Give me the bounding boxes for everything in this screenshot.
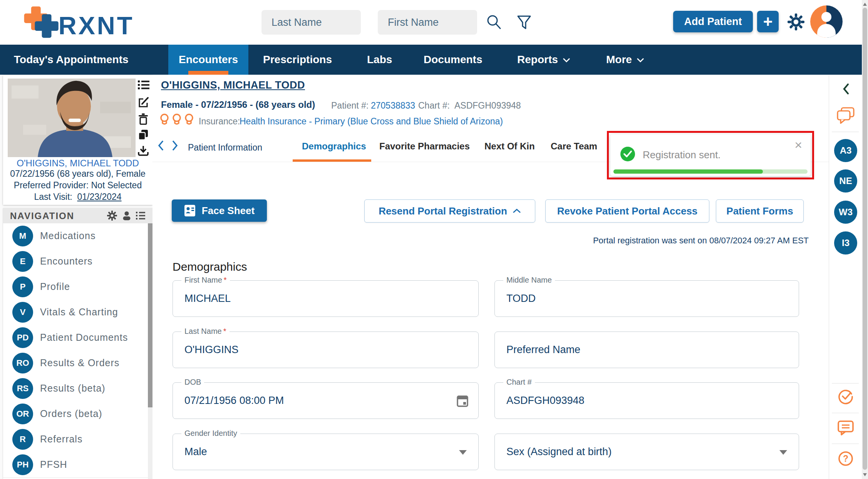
tab-documents[interactable]: Documents	[424, 45, 482, 75]
quick-add-button[interactable]: +	[757, 11, 779, 32]
dropdown-caret-icon[interactable]	[779, 450, 787, 455]
middle-name-value: TODD	[506, 293, 536, 305]
message-icon[interactable]	[837, 420, 854, 437]
rail-badge-ne[interactable]: NE	[834, 169, 857, 193]
scrollbar-down-arrow[interactable]	[863, 473, 867, 476]
nav-gear-icon[interactable]	[107, 211, 117, 222]
success-check-icon	[620, 147, 635, 161]
middle-name-field[interactable]: Middle Name TODD	[494, 280, 799, 317]
first-name-search-input[interactable]	[378, 10, 477, 35]
dob-field[interactable]: DOB 07/21/1956 08:00 PM	[173, 382, 479, 419]
contact-card-icon	[184, 204, 196, 217]
patient-demo-line: Female - 07/22/1956 - (68 years old)	[161, 99, 315, 110]
patient-number-link[interactable]: 270538833	[371, 100, 415, 111]
chat-bubbles-icon[interactable]	[836, 107, 855, 126]
insurance-pin-icon	[172, 113, 182, 127]
collapse-rail-icon[interactable]	[842, 83, 849, 96]
gear-icon[interactable]	[787, 13, 805, 32]
edit-icon[interactable]	[138, 96, 149, 109]
chart-number-field-value: ASDFGH093948	[506, 395, 585, 407]
sidebar-item-results-beta[interactable]: RS Results (beta)	[3, 376, 148, 402]
sidebar-scrollbar-thumb[interactable]	[148, 223, 152, 407]
active-tab-indicator	[188, 71, 228, 75]
patient-information-label: Patient Information	[188, 142, 262, 153]
avatar-person-icon	[821, 12, 831, 22]
insurance-label: Insurance:	[199, 116, 240, 127]
rail-badge-i3[interactable]: I3	[834, 231, 857, 255]
tab-prescriptions[interactable]: Prescriptions	[263, 45, 332, 75]
navigation-title: NAVIGATION	[10, 211, 74, 221]
dob-value: 07/21/1956 08:00 PM	[184, 395, 284, 407]
last-visit-date-link[interactable]: 01/23/2024	[77, 192, 121, 202]
sidebar-item-vitals-charting[interactable]: V Vitals & Charting	[3, 300, 148, 325]
preferred-name-field[interactable]: Preferred Name	[494, 332, 799, 368]
sidebar-item-profile[interactable]: P Profile	[3, 274, 148, 300]
first-name-value: MICHAEL	[184, 293, 231, 305]
sidebar-item-encounters[interactable]: E Encounters	[3, 249, 148, 275]
nav-person-icon[interactable]	[122, 211, 132, 222]
patient-number-label: Patient #:	[331, 100, 369, 111]
tab-todays-appointments[interactable]: Today's Appointments	[14, 45, 129, 75]
rail-badge-a3[interactable]: A3	[834, 139, 857, 162]
patient-list-icon[interactable]	[138, 79, 149, 92]
page-scrollbar[interactable]	[862, 0, 868, 479]
tab-more[interactable]: More	[606, 45, 644, 75]
calendar-icon[interactable]	[457, 394, 468, 409]
check-circle-icon[interactable]	[838, 388, 854, 406]
filter-icon[interactable]	[517, 15, 531, 32]
sex-assigned-select[interactable]: Sex (Assigned at birth)	[494, 434, 799, 470]
patient-card-name[interactable]: O'HIGGINS, MICHAEL TODD	[3, 158, 152, 169]
revoke-portal-access-button[interactable]: Revoke Patient Portal Access	[545, 199, 709, 223]
resend-portal-registration-button[interactable]: Resend Portal Registration	[364, 199, 535, 223]
first-name-search[interactable]	[378, 10, 477, 35]
add-patient-button[interactable]: Add Patient	[673, 11, 753, 32]
gender-identity-select[interactable]: Gender Identity Male	[173, 434, 479, 470]
search-icon[interactable]	[486, 14, 502, 32]
close-icon[interactable]: ×	[794, 137, 802, 152]
last-name-search-input[interactable]	[261, 10, 361, 35]
subtab-care-team[interactable]: Care Team	[551, 141, 597, 152]
download-icon[interactable]	[138, 146, 149, 158]
face-sheet-button[interactable]: Face Sheet	[172, 199, 267, 222]
sidebar-item-results-orders[interactable]: RO Results & Orders	[3, 350, 148, 376]
insurance-value-link[interactable]: Health Insurance - Primary (Blue Cross a…	[240, 116, 503, 127]
sidebar-item-medications[interactable]: M Medications	[3, 223, 148, 249]
help-icon[interactable]: ?	[838, 451, 854, 468]
last-name-search[interactable]	[261, 10, 361, 35]
navigation-panel: NAVIGATION	[3, 208, 152, 479]
scrollbar-up-arrow[interactable]	[863, 3, 867, 6]
rxnt-app-window: RXNT Add Patient +	[0, 0, 868, 479]
dropdown-caret-icon[interactable]	[459, 450, 467, 455]
svg-text:?: ?	[843, 454, 848, 464]
chevron-right-icon[interactable]	[172, 140, 178, 152]
subtab-demographics[interactable]: Demographics	[302, 141, 366, 152]
tab-reports[interactable]: Reports	[517, 45, 570, 75]
patient-forms-button[interactable]: Patient Forms	[716, 199, 804, 223]
chart-number-value: ASDFGH093948	[454, 100, 521, 111]
chart-number-field[interactable]: Chart # ASDFGH093948	[494, 382, 799, 419]
scrollbar-thumb[interactable]	[863, 8, 867, 470]
patient-header-name[interactable]: O'HIGGINS, MICHAEL TODD	[161, 79, 305, 91]
rxnt-logo[interactable]: RXNT	[19, 5, 146, 42]
last-name-field[interactable]: Last Name* O'HIGGINS	[173, 332, 479, 368]
sex-assigned-placeholder: Sex (Assigned at birth)	[506, 446, 612, 458]
toast-annotation-box: Registration sent. ×	[607, 131, 814, 179]
first-name-field[interactable]: First Name* MICHAEL	[173, 280, 479, 317]
trash-icon[interactable]	[138, 113, 149, 126]
brand-text: RXNT	[59, 12, 134, 40]
portal-registration-note: Portal registration was sent on 08/07/20…	[495, 236, 809, 246]
copy-icon[interactable]	[138, 129, 149, 142]
nav-list-icon[interactable]	[136, 211, 146, 222]
sidebar-item-orders-beta[interactable]: OR Orders (beta)	[3, 401, 148, 427]
tab-labs[interactable]: Labs	[367, 45, 392, 75]
user-avatar[interactable]	[810, 5, 843, 38]
rail-badge-w3[interactable]: W3	[834, 201, 857, 224]
subtab-next-of-kin[interactable]: Next Of Kin	[484, 141, 535, 152]
sidebar-item-pfsh[interactable]: PH PFSH	[3, 452, 148, 478]
sidebar-item-referrals[interactable]: R Referrals	[3, 427, 148, 452]
tab-encounters[interactable]: Encounters	[168, 45, 248, 75]
right-utility-rail: A3 NE W3 I3 ?	[829, 75, 862, 479]
chevron-left-icon[interactable]	[158, 140, 164, 152]
sidebar-item-patient-documents[interactable]: PD Patient Documents	[3, 325, 148, 351]
subtab-favorite-pharmacies[interactable]: Favorite Pharmacies	[379, 141, 470, 152]
